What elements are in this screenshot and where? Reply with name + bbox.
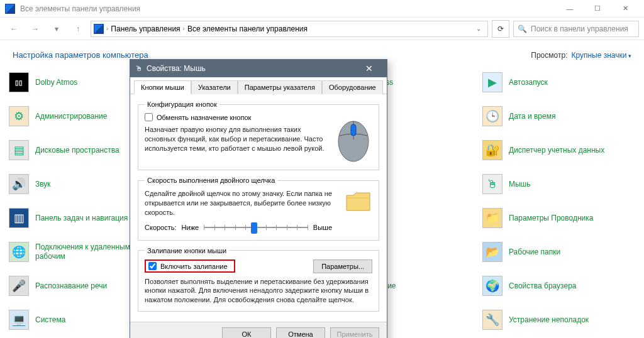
swap-buttons-desc: Назначает правую кнопку для выполнения т…	[145, 125, 328, 153]
navigation-bar: ← → ▾ ↑ › Панель управления › Все элемен…	[0, 18, 644, 40]
chevron-down-icon[interactable]: ▾	[48, 20, 65, 38]
safe-icon: 🔐	[482, 140, 502, 160]
folder-test-icon[interactable]	[345, 189, 372, 214]
troubleshoot-icon: 🔧	[482, 310, 502, 330]
dialog-body: Конфигурация кнопок Обменять назначение …	[130, 94, 387, 322]
dolby-icon: ▯▯	[9, 72, 29, 92]
cp-item-explorer-options[interactable]: 📁Параметры Проводника	[482, 205, 635, 231]
microphone-icon: 🎤	[9, 276, 29, 296]
dialog-titlebar[interactable]: 🖱 Свойства: Мышь ✕	[130, 60, 387, 77]
nav-up-button[interactable]: ↑	[69, 20, 87, 38]
cp-item-internet-options[interactable]: 🌍Свойства браузера	[482, 273, 635, 298]
clicklock-desc: Позволяет выполнять выделение и перетаск…	[145, 277, 372, 305]
control-panel-icon	[94, 24, 104, 34]
speed-slow-label: Ниже	[182, 224, 199, 231]
maximize-button[interactable]: ☐	[584, 0, 611, 18]
mouse-icon: 🖱	[482, 174, 502, 194]
window-title: Все элементы панели управления	[20, 4, 140, 13]
tab-hardware[interactable]: Оборудование	[322, 80, 383, 94]
breadcrumb-segment[interactable]: Все элементы панели управления	[187, 25, 308, 33]
breadcrumb-segment[interactable]: Панель управления	[111, 25, 180, 33]
apply-button[interactable]: Применить	[330, 327, 379, 338]
search-input[interactable]: 🔍 Поиск в панели управления	[513, 21, 639, 37]
view-by-label: Просмотр:	[531, 51, 567, 60]
window-titlebar: Все элементы панели управления — ☐ ✕	[0, 0, 644, 18]
taskbar-icon: ▥	[9, 208, 29, 228]
cp-item-datetime[interactable]: 🕒Дата и время	[482, 104, 635, 129]
dialog-button-row: ОК Отмена Применить	[130, 322, 387, 338]
speaker-icon: 🔊	[9, 174, 29, 194]
dialog-close-button[interactable]: ✕	[357, 60, 382, 77]
folder-options-icon: 📁	[482, 208, 502, 228]
dialog-tabs: Кнопки мыши Указатели Параметры указател…	[130, 77, 387, 94]
mouse-image	[335, 113, 372, 163]
svg-rect-1	[351, 124, 356, 136]
control-panel-icon	[5, 4, 15, 14]
clicklock-settings-button[interactable]: Параметры...	[313, 259, 372, 273]
close-button[interactable]: ✕	[611, 0, 639, 18]
highlighted-option: Включить залипание	[145, 259, 235, 273]
breadcrumb[interactable]: › Панель управления › Все элементы панел…	[91, 21, 488, 37]
button-config-group: Конфигурация кнопок Обменять назначение …	[138, 101, 379, 170]
dialog-title: Свойства: Мышь	[147, 64, 206, 73]
doubleclick-desc: Сделайте двойной щелчок по этому значку.…	[145, 189, 332, 217]
cancel-button[interactable]: Отмена	[276, 327, 325, 338]
clicklock-label: Включить залипание	[160, 263, 228, 270]
system-icon: 💻	[9, 310, 29, 330]
search-placeholder: Поиск в панели управления	[531, 25, 628, 33]
swap-buttons-input[interactable]	[145, 113, 153, 121]
ok-button[interactable]: ОК	[222, 327, 271, 338]
admin-tools-icon: ⚙	[9, 106, 29, 126]
mouse-icon: 🖱	[135, 64, 143, 73]
doubleclick-group: Скорость выполнения двойного щелчка Сдел…	[138, 177, 379, 241]
tab-pointers[interactable]: Указатели	[191, 80, 238, 94]
clicklock-group: Залипание кнопки мыши Включить залипание…	[138, 247, 379, 312]
chevron-right-icon: ›	[106, 25, 108, 32]
speed-fast-label: Выше	[313, 224, 332, 231]
group-legend: Скорость выполнения двойного щелчка	[145, 177, 277, 184]
view-by-dropdown[interactable]: Крупные значки	[571, 51, 631, 60]
speed-label: Скорость:	[145, 224, 177, 231]
tab-pointer-options[interactable]: Параметры указателя	[238, 80, 322, 94]
globe-icon: 🌍	[482, 276, 502, 296]
cp-item-troubleshoot[interactable]: 🔧Устранение неполадок	[482, 307, 635, 332]
search-icon: 🔍	[518, 25, 527, 33]
minimize-button[interactable]: —	[556, 0, 584, 18]
autoplay-icon: ▶	[482, 72, 502, 92]
clock-icon: 🕒	[482, 106, 502, 126]
remote-icon: 🌐	[9, 242, 29, 262]
doubleclick-speed-slider[interactable]	[204, 221, 308, 234]
chevron-right-icon: ›	[183, 25, 185, 32]
mouse-properties-dialog: 🖱 Свойства: Мышь ✕ Кнопки мыши Указатели…	[130, 59, 387, 338]
swap-buttons-checkbox[interactable]: Обменять назначение кнопок	[145, 113, 328, 121]
refresh-button[interactable]: ⟳	[492, 20, 509, 38]
cp-item-autoplay[interactable]: ▶Автозапуск	[482, 70, 635, 95]
cp-item-work-folders[interactable]: 📂Рабочие папки	[482, 239, 635, 264]
cp-item-mouse[interactable]: 🖱Мышь	[482, 172, 635, 197]
storage-icon: ▤	[9, 140, 29, 160]
work-folder-icon: 📂	[482, 242, 502, 262]
breadcrumb-dropdown[interactable]: ⌄	[472, 25, 485, 32]
nav-forward-button[interactable]: →	[26, 20, 44, 38]
cp-item-credential-mgr[interactable]: 🔐Диспетчер учетных данных	[482, 138, 635, 163]
group-legend: Конфигурация кнопок	[145, 101, 219, 108]
nav-back-button[interactable]: ←	[5, 20, 23, 38]
clicklock-checkbox[interactable]	[148, 262, 157, 270]
tab-buttons[interactable]: Кнопки мыши	[134, 80, 191, 94]
group-legend: Залипание кнопки мыши	[145, 247, 229, 254]
page-title: Настройка параметров компьютера	[13, 50, 148, 60]
